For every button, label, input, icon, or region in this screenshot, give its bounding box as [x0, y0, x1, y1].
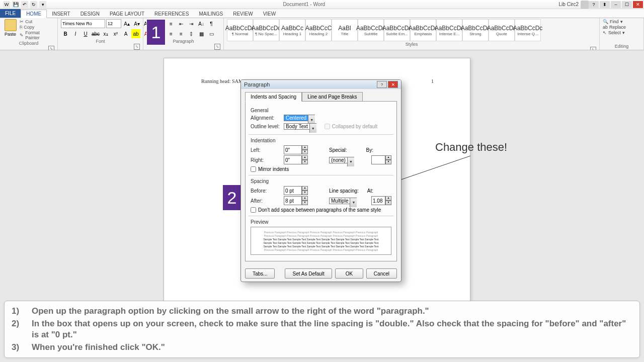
style-item[interactable]: AaBbCcDc¶ Normal	[227, 19, 253, 41]
shading-icon[interactable]: ▦	[197, 29, 206, 38]
show-marks-icon[interactable]: ¶	[207, 19, 216, 28]
line-spacing-icon[interactable]: ‡	[187, 29, 196, 38]
line-spacing-label: Line spacing:	[329, 188, 359, 194]
indent-left-spinner[interactable]: ▲▼	[284, 145, 308, 154]
sort-icon[interactable]: A↓	[197, 19, 206, 28]
copy-button[interactable]: ⎘Copy	[20, 25, 54, 30]
annotation-change-these: Change these!	[435, 141, 507, 154]
dialog-tab-indents[interactable]: Indents and Spacing	[245, 92, 302, 102]
close-icon[interactable]: ✕	[633, 1, 643, 8]
collapsed-checkbox[interactable]: Collapsed by default	[325, 124, 378, 129]
section-general: General	[251, 108, 391, 113]
style-item[interactable]: AaBbCcCHeading 2	[305, 19, 332, 41]
style-item[interactable]: AaBbCcDcSubtle Em...	[384, 19, 410, 41]
after-spinner[interactable]: ▲▼	[284, 196, 308, 205]
font-launcher-icon[interactable]: ⤡	[134, 44, 140, 50]
font-size-select[interactable]	[106, 19, 121, 28]
cancel-button[interactable]: Cancel	[366, 268, 397, 279]
style-item[interactable]: AaBlTitle	[332, 19, 358, 41]
editing-label: Editing	[603, 43, 640, 49]
before-spinner[interactable]: ▲▼	[284, 186, 308, 195]
dialog-close-icon[interactable]: ✕	[388, 81, 398, 88]
section-indentation: Indentation	[251, 138, 391, 143]
qat-more-icon[interactable]: ▾	[39, 1, 46, 8]
select-button[interactable]: ↖Select ▾	[603, 30, 626, 35]
dialog-tab-breaks[interactable]: Line and Page Breaks	[302, 92, 362, 102]
highlight-icon[interactable]: ab	[131, 29, 140, 38]
callout-marker-2: 2	[222, 185, 242, 211]
paragraph-launcher-icon[interactable]: ⤡	[214, 44, 220, 50]
font-group: A▴ A▾ Aa B I U abc x₂ x² A ab A Font ⤡	[58, 18, 143, 50]
text-effects-icon[interactable]: A	[121, 29, 130, 38]
style-item[interactable]: AaBbCcDcSubtitle	[358, 19, 384, 41]
alignment-select[interactable]: Centered ▼	[284, 115, 315, 121]
maximize-icon[interactable]: ☐	[622, 1, 632, 8]
find-button[interactable]: 🔍Find ▾	[603, 19, 626, 24]
mirror-indents-checkbox[interactable]: Mirror indents	[251, 166, 391, 172]
style-item[interactable]: AaBbCcDcIntense E...	[436, 19, 462, 41]
borders-icon[interactable]: ▭	[207, 29, 216, 38]
font-name-select[interactable]	[61, 19, 105, 28]
justify-icon[interactable]: ≡	[177, 29, 186, 38]
style-item[interactable]: AaBbCcDc¶ No Spac...	[253, 19, 279, 41]
paste-button[interactable]: Paste	[3, 19, 18, 37]
editing-group: 🔍Find ▾ abReplace ↖Select ▾ Editing	[600, 18, 644, 50]
line-spacing-select[interactable]: Multiple ▼	[329, 198, 357, 204]
strikethrough-icon[interactable]: abc	[91, 29, 100, 38]
dialog-help-icon[interactable]: ?	[377, 81, 387, 88]
outline-select[interactable]: Body Text ▼	[284, 124, 316, 129]
cut-button[interactable]: ✂Cut	[20, 19, 54, 24]
increase-indent-icon[interactable]: ⇥	[187, 19, 196, 28]
italic-icon[interactable]: I	[71, 29, 80, 38]
tab-home[interactable]: HOME	[21, 10, 47, 18]
tab-mailings[interactable]: MAILINGS	[194, 10, 228, 18]
replace-button[interactable]: abReplace	[603, 25, 626, 30]
tab-insert[interactable]: INSERT	[47, 10, 75, 18]
tab-design[interactable]: DESIGN	[75, 10, 105, 18]
styles-launcher-icon[interactable]: ⤡	[590, 47, 596, 50]
ribbon-options-icon[interactable]: ⬍	[600, 1, 610, 8]
paste-icon	[5, 19, 17, 31]
format-painter-button[interactable]: ✎Format Painter	[20, 30, 54, 40]
tab-file[interactable]: FILE	[0, 9, 21, 18]
align-right-icon[interactable]: ≡	[167, 29, 176, 38]
subscript-icon[interactable]: x₂	[101, 29, 110, 38]
by-spinner[interactable]: ▲▼	[371, 155, 391, 164]
underline-icon[interactable]: U	[81, 29, 90, 38]
paragraph-dialog: Paragraph ? ✕ Indents and Spacing Line a…	[240, 79, 401, 282]
tabs-button[interactable]: Tabs...	[245, 268, 275, 279]
bold-icon[interactable]: B	[61, 29, 70, 38]
word-icon[interactable]: W	[3, 1, 10, 8]
tab-view[interactable]: VIEW	[258, 10, 281, 18]
decrease-indent-icon[interactable]: ⇤	[177, 19, 186, 28]
tab-references[interactable]: REFERENCES	[149, 10, 194, 18]
save-icon[interactable]: 💾	[12, 1, 19, 8]
page-number: 1	[431, 78, 434, 84]
style-item[interactable]: AaBbCcDcIntense Q...	[515, 19, 541, 41]
chevron-down-icon: ▼	[350, 198, 357, 207]
style-item[interactable]: AaBbCcHeading 1	[279, 19, 305, 41]
superscript-icon[interactable]: x²	[111, 29, 120, 38]
increase-font-icon[interactable]: A▴	[122, 19, 131, 28]
preview-box: Previous Paragraph Previous Paragraph Pr…	[251, 227, 391, 255]
indent-right-spinner[interactable]: ▲▼	[284, 155, 308, 164]
at-spinner[interactable]: ▲▼	[371, 196, 391, 205]
style-item[interactable]: AaBbCcDcEmphasis	[410, 19, 436, 41]
redo-icon[interactable]: ↻	[30, 1, 37, 8]
tab-page-layout[interactable]: PAGE LAYOUT	[105, 10, 149, 18]
ok-button[interactable]: OK	[335, 268, 363, 279]
help-icon[interactable]: ?	[589, 1, 599, 8]
style-item[interactable]: AaBbCcDcQuote	[489, 19, 515, 41]
multilevel-icon[interactable]: ≡	[167, 19, 176, 28]
dont-add-space-checkbox[interactable]: Don't add space between paragraphs of th…	[251, 207, 391, 213]
style-item[interactable]: AaBbCcDcStrong	[462, 19, 489, 41]
set-default-button[interactable]: Set As Default	[285, 268, 332, 279]
user-avatar[interactable]	[581, 1, 589, 9]
special-select[interactable]: (none) ▼	[329, 157, 354, 163]
minimize-icon[interactable]: –	[611, 1, 621, 8]
tab-review[interactable]: REVIEW	[228, 10, 258, 18]
styles-gallery[interactable]: AaBbCcDc¶ NormalAaBbCcDc¶ No Spac...AaBb…	[227, 19, 541, 41]
dialog-title-bar[interactable]: Paragraph ? ✕	[241, 80, 401, 89]
undo-icon[interactable]: ↶	[21, 1, 28, 8]
decrease-font-icon[interactable]: A▾	[132, 19, 141, 28]
